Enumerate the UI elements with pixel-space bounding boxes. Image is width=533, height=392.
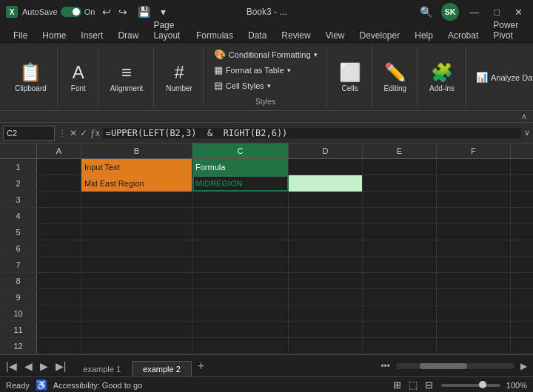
excel-icon: X (6, 6, 18, 18)
tab-developer[interactable]: Developer (352, 27, 408, 44)
insert-function-icon[interactable]: ƒx (90, 128, 100, 138)
cancel-formula-icon[interactable]: ✕ (70, 128, 77, 138)
undo-button[interactable]: ↩ (99, 4, 114, 19)
cells-label: Cells (341, 84, 358, 92)
cell-c2[interactable]: MIDREGION (192, 175, 289, 192)
cell-c1[interactable]: Formula (192, 159, 289, 175)
search-icon[interactable]: 🔍 (417, 4, 435, 19)
sheet-nav: |◀ ◀ ▶ ▶| (0, 359, 72, 374)
tab-file[interactable]: File (6, 27, 35, 44)
clipboard-label: Clipboard (15, 84, 47, 92)
page-break-view-icon[interactable]: ⊟ (423, 379, 435, 391)
cell-reference[interactable]: C2 (3, 126, 55, 141)
formula-input[interactable] (103, 128, 521, 138)
sheet-tabs-bar: |◀ ◀ ▶ ▶| example 1 example 2 + ••• ▶ (0, 354, 533, 376)
ribbon-collapse-btn[interactable]: ∧ (521, 112, 527, 121)
table-row: 9 (0, 289, 533, 305)
col-header-a[interactable]: A (37, 143, 81, 158)
col-header-c[interactable]: C (192, 143, 289, 158)
format-as-table-btn[interactable]: ▦ Format as Table ▾ (211, 63, 294, 77)
tab-acrobat[interactable]: Acrobat (440, 27, 486, 44)
add-sheet-button[interactable]: + (192, 356, 210, 376)
autosave-label: AutoSave (22, 7, 58, 16)
col-header-b[interactable]: B (81, 143, 192, 158)
cell-e1[interactable] (363, 159, 437, 175)
cell-f2[interactable] (437, 175, 511, 192)
sheet-more-options[interactable]: ••• (381, 361, 390, 371)
table-row: 7 (0, 257, 533, 273)
cell-b2[interactable]: Mid East Region (81, 175, 192, 192)
table-row: 10 (0, 305, 533, 322)
avatar[interactable]: SK (441, 3, 459, 21)
cell-d1[interactable] (289, 159, 363, 175)
zoom-slider[interactable] (441, 384, 500, 387)
cells-btn[interactable]: ⬜ Cells (335, 59, 366, 95)
normal-view-icon[interactable]: ⊞ (391, 379, 403, 391)
col-header-d[interactable]: D (289, 143, 363, 158)
alignment-icon: ≡ (121, 62, 132, 83)
tab-draw[interactable]: Draw (110, 27, 146, 44)
sheet-nav-first[interactable]: |◀ (3, 359, 20, 374)
analyze-data-btn[interactable]: 📊 Analyze Data (473, 70, 533, 84)
col-header-g[interactable]: G (511, 143, 533, 158)
ribbon-group-clipboard: 📋 Clipboard (4, 47, 58, 107)
font-btn[interactable]: A Font (65, 59, 92, 95)
tab-power-pivot[interactable]: Power Pivot (486, 17, 527, 44)
sheet-tab-example2[interactable]: example 2 (132, 361, 192, 376)
tab-formulas[interactable]: Formulas (189, 27, 241, 44)
column-headers: A B C D E F G (0, 143, 533, 159)
autosave-state: On (84, 7, 95, 16)
tab-data[interactable]: Data (241, 27, 274, 44)
editing-btn[interactable]: ✏️ Editing (380, 59, 412, 95)
cell-d2[interactable] (289, 175, 363, 192)
sheet-nav-last[interactable]: ▶| (53, 359, 70, 374)
addins-btn[interactable]: 🧩 Add-ins (425, 59, 459, 95)
table-row: 4 (0, 208, 533, 224)
conditional-formatting-btn[interactable]: 🎨 Conditional Formatting ▾ (211, 47, 321, 61)
sheet-nav-next[interactable]: ▶ (37, 359, 51, 374)
confirm-formula-icon[interactable]: ✓ (80, 128, 87, 138)
cell-styles-label: Cell Styles (226, 81, 264, 90)
tab-review[interactable]: Review (274, 27, 318, 44)
horizontal-scrollbar[interactable] (396, 363, 514, 369)
minimize-button[interactable]: — (465, 5, 483, 19)
analyze-data-label: Analyze Data (491, 73, 533, 82)
cell-b1[interactable]: Input Text (81, 159, 192, 175)
tab-home[interactable]: Home (35, 27, 73, 44)
alignment-btn[interactable]: ≡ Alignment (106, 59, 147, 95)
title-bar: X AutoSave On ↩ ↪ 💾 ▾ Book3 - ... 🔍 SK —… (0, 0, 533, 24)
alignment-label: Alignment (110, 84, 143, 92)
sheet-nav-prev[interactable]: ◀ (21, 359, 36, 374)
formula-bar: C2 ⋮ ✕ ✓ ƒx ∨ (0, 123, 533, 143)
cell-e2[interactable] (363, 175, 437, 192)
autosave-switch[interactable] (61, 7, 81, 17)
undo-redo-group: ↩ ↪ (99, 4, 130, 19)
addins-icon: 🧩 (431, 62, 453, 83)
cell-f1[interactable] (437, 159, 511, 175)
tab-help[interactable]: Help (407, 27, 440, 44)
redo-button[interactable]: ↪ (115, 4, 130, 19)
tab-view[interactable]: View (318, 27, 352, 44)
font-label: Font (71, 84, 86, 92)
cell-g1[interactable] (511, 159, 533, 175)
cell-styles-btn[interactable]: ▤ Cell Styles ▾ (211, 78, 274, 92)
cell-a2[interactable] (37, 175, 81, 192)
cell-a1[interactable] (37, 159, 81, 175)
zoom-level[interactable]: 100% (506, 381, 527, 390)
ribbon-group-addins: 🧩 Add-ins (419, 47, 466, 107)
col-header-f[interactable]: F (437, 143, 511, 158)
formula-bar-expand[interactable]: ∨ (524, 128, 530, 138)
cell-g2[interactable] (511, 175, 533, 192)
tab-insert[interactable]: Insert (73, 27, 110, 44)
scroll-right-btn[interactable]: ▶ (520, 361, 527, 371)
clipboard-btn[interactable]: 📋 Clipboard (10, 59, 51, 95)
tab-page-layout[interactable]: Page Layout (146, 17, 189, 44)
autosave-toggle[interactable]: AutoSave On (22, 7, 95, 17)
sheet-tab-example1[interactable]: example 1 (72, 361, 132, 376)
number-btn[interactable]: # Number (161, 59, 197, 95)
page-layout-view-icon[interactable]: ⬚ (406, 379, 420, 391)
window-title: Book3 - ... (247, 7, 287, 17)
number-label: Number (166, 84, 192, 92)
col-header-e[interactable]: E (363, 143, 437, 158)
sheet-extra-controls: ••• ▶ (375, 361, 533, 371)
